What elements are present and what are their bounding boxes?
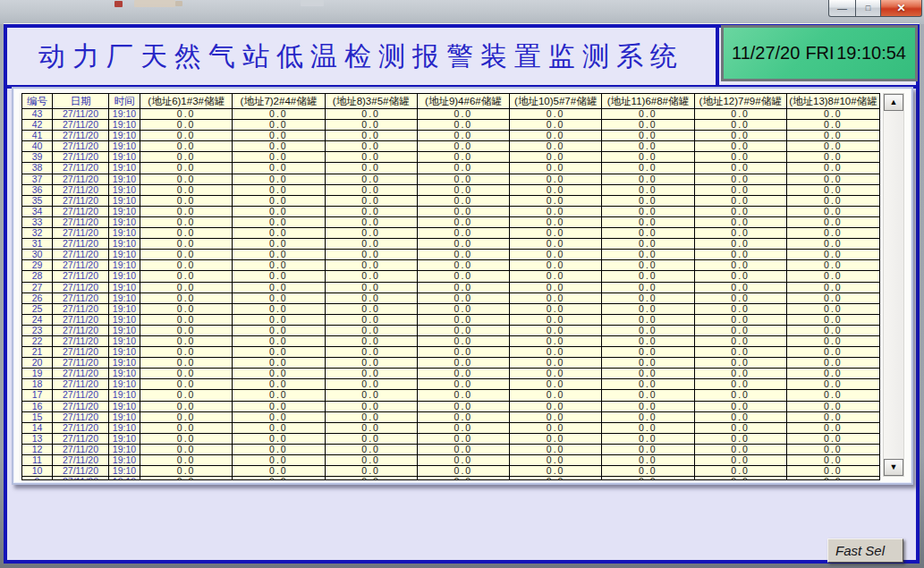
- row-time: 19:10: [109, 347, 140, 357]
- tank-value: 0.0: [140, 141, 233, 151]
- tank-value: 0.0: [326, 455, 418, 465]
- row-number: 16: [22, 402, 53, 411]
- table-row: 4327/11/2019:100.00.00.00.00.00.00.00.0: [22, 109, 879, 120]
- row-date: 27/11/20: [53, 445, 109, 454]
- table-row: 3127/11/2019:100.00.00.00.00.00.00.00.0: [22, 239, 879, 250]
- tank-value: 0.0: [510, 239, 602, 249]
- tank-value: 0.0: [787, 369, 879, 378]
- table-row: 4027/11/2019:100.00.00.00.00.00.00.00.0: [22, 141, 879, 152]
- tank-value: 0.0: [695, 379, 787, 389]
- tank-value: 0.0: [326, 412, 418, 422]
- tank-value: 0.0: [510, 412, 602, 422]
- clock-date: 11/27/20: [732, 43, 800, 64]
- row-time: 19:10: [109, 369, 140, 378]
- tank-value: 0.0: [233, 336, 325, 346]
- window-titlebar[interactable]: — □ ✕: [0, 0, 924, 24]
- tank-value: 0.0: [326, 141, 418, 151]
- tank-value: 0.0: [418, 434, 510, 444]
- table-row: 927/11/2019:100.00.00.00.00.00.00.00.0: [22, 477, 879, 480]
- minimize-button[interactable]: —: [828, 0, 856, 17]
- tank-value: 0.0: [787, 347, 879, 357]
- tank-value: 0.0: [602, 304, 694, 314]
- tank-value: 0.0: [510, 207, 602, 216]
- tank-value: 0.0: [418, 250, 510, 259]
- tank-value: 0.0: [140, 131, 233, 140]
- tank-value: 0.0: [140, 239, 233, 249]
- table-row: 1327/11/2019:100.00.00.00.00.00.00.00.0: [22, 434, 879, 445]
- history-data-grid: 编号日期时间(地址6)1#3#储罐(地址7)2#4#储罐(地址8)3#5#储罐(…: [21, 93, 880, 480]
- tank-value: 0.0: [602, 390, 694, 400]
- maximize-button[interactable]: □: [855, 0, 881, 17]
- tank-value: 0.0: [787, 131, 879, 140]
- tank-value: 0.0: [602, 326, 694, 335]
- table-row: 3427/11/2019:100.00.00.00.00.00.00.00.0: [22, 207, 879, 217]
- row-time: 19:10: [109, 336, 140, 346]
- tank-value: 0.0: [787, 228, 879, 238]
- tank-value: 0.0: [787, 315, 879, 325]
- table-row: 3727/11/2019:100.00.00.00.00.00.00.00.0: [22, 174, 879, 185]
- row-number: 38: [22, 163, 53, 173]
- tank-value: 0.0: [140, 196, 233, 206]
- tank-value: 0.0: [602, 120, 694, 130]
- tank-value: 0.0: [695, 455, 787, 465]
- tank-value: 0.0: [787, 412, 879, 422]
- window-controls: — □ ✕: [828, 0, 922, 17]
- tank-value: 0.0: [140, 379, 233, 389]
- row-date: 27/11/20: [53, 379, 109, 389]
- row-time: 19:10: [109, 423, 140, 433]
- tank-value: 0.0: [510, 326, 602, 335]
- tank-value: 0.0: [326, 260, 418, 270]
- fast-sel-button[interactable]: Fast Sel: [827, 538, 903, 563]
- table-row: 4227/11/2019:100.00.00.00.00.00.00.00.0: [22, 120, 879, 131]
- tank-value: 0.0: [140, 283, 233, 292]
- tank-value: 0.0: [233, 315, 325, 325]
- scroll-down-button[interactable]: ▼: [884, 459, 903, 476]
- row-time: 19:10: [109, 434, 140, 444]
- tank-value: 0.0: [140, 315, 233, 325]
- row-time: 19:10: [109, 196, 140, 206]
- tank-value: 0.0: [602, 412, 694, 422]
- vertical-scrollbar[interactable]: ▲ ▼: [883, 93, 904, 477]
- table-row: 1127/11/2019:100.00.00.00.00.00.00.00.0: [22, 455, 879, 466]
- tank-value: 0.0: [510, 283, 602, 292]
- table-row: 1927/11/2019:100.00.00.00.00.00.00.00.0: [22, 369, 879, 379]
- tank-value: 0.0: [140, 250, 233, 259]
- tank-value: 0.0: [326, 336, 418, 346]
- tank-value: 0.0: [233, 131, 325, 140]
- tank-value: 0.0: [326, 315, 418, 325]
- background-artifact: [114, 1, 123, 7]
- tank-value: 0.0: [510, 141, 602, 151]
- row-number: 37: [22, 174, 53, 184]
- row-number: 36: [22, 185, 53, 195]
- tank-value: 0.0: [510, 434, 602, 444]
- table-row: 3827/11/2019:100.00.00.00.00.00.00.00.0: [22, 163, 879, 174]
- close-button[interactable]: ✕: [880, 0, 922, 17]
- tank-value: 0.0: [695, 390, 787, 400]
- scroll-up-button[interactable]: ▲: [884, 94, 903, 111]
- row-date: 27/11/20: [53, 455, 109, 465]
- tank-value: 0.0: [510, 109, 602, 119]
- row-time: 19:10: [109, 260, 140, 270]
- tank-value: 0.0: [418, 304, 510, 314]
- tank-value: 0.0: [787, 141, 879, 151]
- tank-value: 0.0: [787, 390, 879, 400]
- row-time: 19:10: [109, 185, 140, 195]
- tank-value: 0.0: [326, 174, 418, 184]
- tank-value: 0.0: [140, 185, 233, 195]
- row-number: 43: [22, 109, 53, 119]
- tank-value: 0.0: [418, 228, 510, 238]
- tank-value: 0.0: [510, 250, 602, 259]
- row-date: 27/11/20: [53, 347, 109, 357]
- close-icon: ✕: [896, 3, 905, 13]
- tank-value: 0.0: [602, 369, 694, 378]
- row-time: 19:10: [109, 304, 140, 314]
- tank-value: 0.0: [326, 131, 418, 140]
- tank-value: 0.0: [695, 336, 787, 346]
- tank-value: 0.0: [140, 369, 233, 378]
- tank-value: 0.0: [510, 196, 602, 206]
- clock-date-group: 11/27/20 FRI: [732, 43, 835, 64]
- clock-time: 19:10:54: [836, 43, 906, 64]
- tank-value: 0.0: [510, 358, 602, 368]
- title-panel: 动力厂天然气站低温检测报警装置监测系统: [7, 28, 719, 85]
- tank-value: 0.0: [233, 477, 325, 480]
